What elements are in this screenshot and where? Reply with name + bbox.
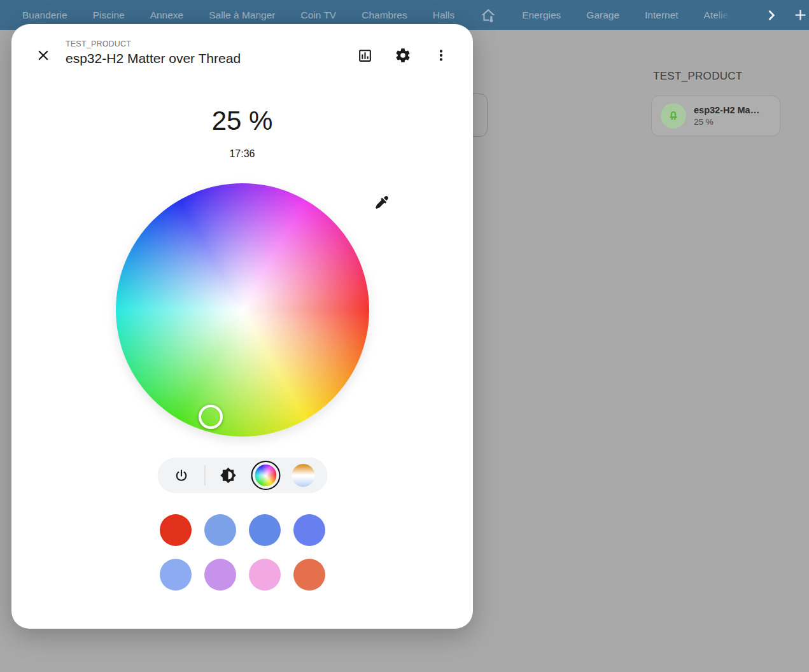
nav-tab-salle-a-manger[interactable]: Salle à Manger <box>209 10 275 21</box>
preset-color-indigo[interactable] <box>293 514 325 546</box>
nav-tab-annexe[interactable]: Annexe <box>150 10 184 21</box>
background-entity-name: esp32-H2 Ma… <box>694 105 759 115</box>
eyedropper-button[interactable] <box>367 187 397 218</box>
light-control-dialog: TEST_PRODUCT esp32-H2 Matter over Thread… <box>11 24 473 629</box>
nav-tab-halls[interactable]: Halls <box>433 10 454 21</box>
preset-colors <box>160 514 325 591</box>
home-thermometer-icon <box>480 7 496 24</box>
nav-tab-garage[interactable]: Garage <box>586 10 619 21</box>
preset-color-pink[interactable] <box>249 559 281 591</box>
background-section-title: TEST_PRODUCT <box>653 70 743 83</box>
nav-tab-climate[interactable] <box>480 7 496 24</box>
close-icon <box>35 47 52 64</box>
color-wheel-icon <box>255 465 276 486</box>
nav-tab-chambres[interactable]: Chambres <box>362 10 407 21</box>
device-overline: TEST_PRODUCT <box>66 39 241 48</box>
preset-color-purple[interactable] <box>204 559 236 591</box>
history-chart-button[interactable] <box>349 40 380 71</box>
gear-icon <box>395 47 411 64</box>
background-entity-card: esp32-H2 Ma… 25 % <box>651 95 780 136</box>
color-temperature-mode-button[interactable] <box>289 461 317 489</box>
preset-color-periwinkle[interactable] <box>160 559 192 591</box>
light-mode-toolbar <box>157 458 327 493</box>
color-wheel[interactable] <box>116 183 369 437</box>
preset-color-red[interactable] <box>160 514 192 546</box>
more-options-button[interactable] <box>426 40 456 71</box>
preset-color-light-blue[interactable] <box>204 514 236 546</box>
eyedropper-icon <box>374 195 390 210</box>
preset-color-coral[interactable] <box>293 559 325 591</box>
nav-tab-energies[interactable]: Energies <box>522 10 561 21</box>
brightness-percentage: 25 % <box>11 106 473 136</box>
nav-tab-buanderie[interactable]: Buanderie <box>22 10 67 21</box>
nav-tab-coin-tv[interactable]: Coin TV <box>300 10 336 21</box>
nav-tab-piscine[interactable]: Piscine <box>93 10 125 21</box>
nav-tab-atelier[interactable]: Atelier <box>704 10 732 21</box>
power-icon <box>174 468 190 484</box>
nav-scroll-right-chevron-icon[interactable] <box>761 5 782 25</box>
color-wheel-handle[interactable] <box>199 405 223 429</box>
nav-tab-internet[interactable]: Internet <box>645 10 679 21</box>
last-changed-time: 17:36 <box>11 148 473 160</box>
brightness-mode-button[interactable] <box>214 461 242 489</box>
dialog-title: esp32-H2 Matter over Thread <box>66 51 241 66</box>
kebab-menu-icon <box>433 47 449 64</box>
power-toggle-button[interactable] <box>167 461 195 489</box>
preset-color-blue[interactable] <box>249 514 281 546</box>
led-light-icon <box>661 103 686 129</box>
color-temperature-icon <box>292 464 314 487</box>
color-wheel-mode-button[interactable] <box>251 461 280 490</box>
dialog-header-text: TEST_PRODUCT esp32-H2 Matter over Thread <box>66 39 241 66</box>
close-button[interactable] <box>28 40 59 71</box>
nav-add-tab-button[interactable] <box>792 6 809 24</box>
settings-button[interactable] <box>388 40 418 71</box>
toolbar-divider <box>204 465 205 486</box>
background-entity-state: 25 % <box>694 117 759 127</box>
brightness-icon <box>220 467 236 484</box>
chart-icon <box>357 48 373 64</box>
